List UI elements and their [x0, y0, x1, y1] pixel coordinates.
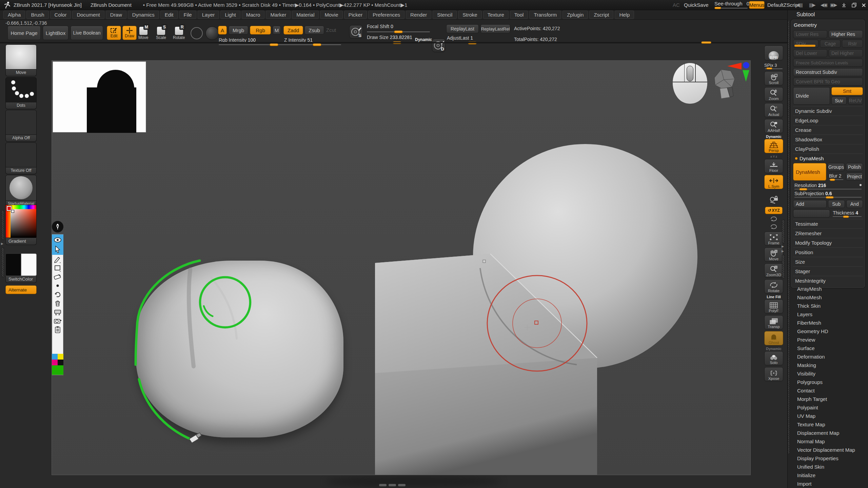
xyz-rotate-button[interactable]: ↺XYZ [765, 207, 783, 214]
menu-item-zplugin[interactable]: Zplugin [563, 11, 588, 19]
g-section-position[interactable]: Position [793, 247, 863, 257]
texture-selector[interactable]: Texture Off [5, 142, 37, 174]
projector-icon[interactable] [53, 308, 62, 317]
xpose-button[interactable]: Xpose [764, 367, 783, 381]
material-sphere-icon[interactable] [191, 27, 203, 39]
quicksave-button[interactable]: QuickSave [684, 2, 709, 8]
color-picker[interactable]: Gradient [5, 205, 37, 245]
frame-button[interactable]: Frame [764, 231, 783, 246]
persp-button[interactable]: Persp [764, 139, 783, 153]
tp-item-polygroups[interactable]: Polygroups [790, 378, 866, 386]
next-window-icon[interactable]: ▣▶ [830, 2, 837, 7]
restore-icon[interactable] [850, 2, 859, 8]
lightbox-button[interactable]: LightBox [43, 26, 68, 40]
tp-item-import[interactable]: Import [790, 480, 866, 488]
tp-item-initialize[interactable]: Initialize [790, 471, 866, 480]
resolution-slider[interactable]: Resolution 216 [793, 182, 863, 190]
divide-button[interactable]: Divide [793, 87, 830, 105]
mrgb-button[interactable]: Mrgb [229, 26, 248, 35]
tp-item-contact[interactable]: Contact [790, 386, 866, 395]
anchor-a-button[interactable]: A [218, 26, 227, 35]
shelf-scrollbar[interactable] [782, 220, 785, 243]
shelf-scroll-arrow[interactable]: ▶ [782, 245, 784, 248]
tp-item-uv-map[interactable]: UV Map [790, 412, 866, 420]
g-section-shadowbox[interactable]: ShadowBox [793, 135, 863, 144]
menu-item-preferences[interactable]: Preferences [368, 11, 405, 19]
home-page-button[interactable]: Home Page [7, 26, 41, 40]
g-section-modify-topology[interactable]: Modify Topology [793, 238, 863, 247]
prev-doc-icon[interactable]: ◀|||| [796, 2, 803, 7]
smt-button[interactable]: Smt [831, 87, 863, 95]
tp-item-unified-skin[interactable]: Unified Skin [790, 463, 866, 471]
rgb-button[interactable]: Rgb [250, 26, 271, 35]
axis-y-icon[interactable] [743, 70, 749, 82]
scroll-button[interactable]: Scroll [764, 71, 783, 85]
sub-button[interactable]: Sub [828, 200, 845, 208]
dynamic-solo-label[interactable]: Dynamic [766, 347, 782, 351]
menu-item-texture[interactable]: Texture [483, 11, 509, 19]
local-symmetry-button[interactable]: L.Sym [764, 175, 783, 189]
polish-button[interactable]: Polish [846, 163, 863, 171]
zoom3d-button[interactable]: Zoom3D [764, 263, 783, 278]
material-selector[interactable]: StartupMaterial [5, 175, 37, 207]
g-section-zremesher[interactable]: ZRemesher [793, 228, 863, 238]
lower-res-button[interactable]: Lower Res [793, 30, 827, 38]
subtool-section-header[interactable]: Subtool [796, 12, 815, 18]
g-section-size[interactable]: Size [793, 257, 863, 266]
zoom-button[interactable]: Zoom [764, 87, 783, 101]
menu-item-dynamics[interactable]: Dynamics [128, 11, 159, 19]
tp-item-fibermesh[interactable]: FiberMesh [790, 319, 866, 327]
higher-res-button[interactable]: Higher Res [829, 30, 863, 38]
menu-item-color[interactable]: Color [50, 11, 71, 19]
close-icon[interactable] [859, 2, 868, 8]
menu-item-render[interactable]: Render [406, 11, 431, 19]
menu-item-material[interactable]: Material [292, 11, 319, 19]
sdiv-slider[interactable]: SDiv [793, 40, 818, 48]
m-button[interactable]: M [273, 26, 281, 35]
tp-item-thick-skin[interactable]: Thick Skin [790, 302, 866, 310]
menu-item-light[interactable]: Light [220, 11, 240, 19]
spin-z-icon[interactable] [770, 224, 777, 230]
tp-item-geometry-hd[interactable]: Geometry HD [790, 327, 866, 336]
g-section-dynamic-subdiv[interactable]: Dynamic Subdiv [793, 106, 863, 116]
freeze-subdivision-button[interactable]: Freeze SubDivision Levels [793, 59, 863, 67]
current-brush[interactable]: Move [5, 44, 37, 76]
menu-item-zscript[interactable]: Zscript [589, 11, 613, 19]
dynamic-persp-label[interactable]: Dynamic [766, 135, 782, 139]
clipboard-icon[interactable] [53, 325, 62, 334]
ac-toggle[interactable]: AC [673, 2, 680, 8]
trash-icon[interactable] [53, 299, 62, 308]
groups-button[interactable]: Groups [828, 163, 845, 171]
eraser-tool-icon[interactable] [53, 272, 62, 281]
left-tray-scroll-arrow[interactable]: ▶ [1, 242, 3, 245]
dynamic-label[interactable]: Dynamic [415, 37, 432, 42]
scale-gizmo-button[interactable]: SScale [156, 26, 166, 40]
next-doc-icon[interactable]: ||||▶ [809, 2, 815, 7]
menu-item-transform[interactable]: Transform [529, 11, 561, 19]
menu-item-stroke[interactable]: Stroke [458, 11, 481, 19]
current-material-icon[interactable] [205, 26, 219, 40]
visibility-eye-icon[interactable] [53, 236, 62, 244]
stroke-type[interactable]: Dots [5, 77, 37, 109]
spix-slider[interactable]: SPix 3 [764, 62, 783, 69]
camera-icon[interactable] [53, 317, 62, 325]
menu-item-alpha[interactable]: Alpha [3, 11, 25, 19]
zsub-button[interactable]: Zsub [304, 26, 324, 35]
move3d-button[interactable]: Move [764, 247, 783, 262]
live-boolean-button[interactable]: Live Boolean [71, 26, 103, 40]
sketch-color-swatches[interactable] [52, 354, 63, 375]
dynamesh-section-header[interactable]: DynaMesh [793, 154, 863, 163]
tp-item-surface[interactable]: Surface [790, 344, 866, 352]
minimize-icon[interactable] [840, 2, 848, 8]
add-button[interactable]: Add [793, 200, 827, 208]
solo-button[interactable]: Solo [764, 351, 783, 365]
tp-item-layers[interactable]: Layers [790, 310, 866, 319]
subprojection-slider[interactable]: SubProjection 0.6 [793, 190, 863, 198]
g-section-claypolish[interactable]: ClayPolish [793, 144, 863, 154]
transparency-button[interactable]: Transp [764, 315, 783, 329]
cage-button[interactable]: Cage [820, 40, 841, 48]
thickness-slider[interactable]: Thickness 4 [831, 209, 863, 218]
switch-color[interactable]: SwitchColor [5, 253, 37, 283]
shelf-scrollbar-2[interactable] [782, 255, 785, 279]
canvas-hscroll-dash[interactable] [398, 484, 406, 486]
